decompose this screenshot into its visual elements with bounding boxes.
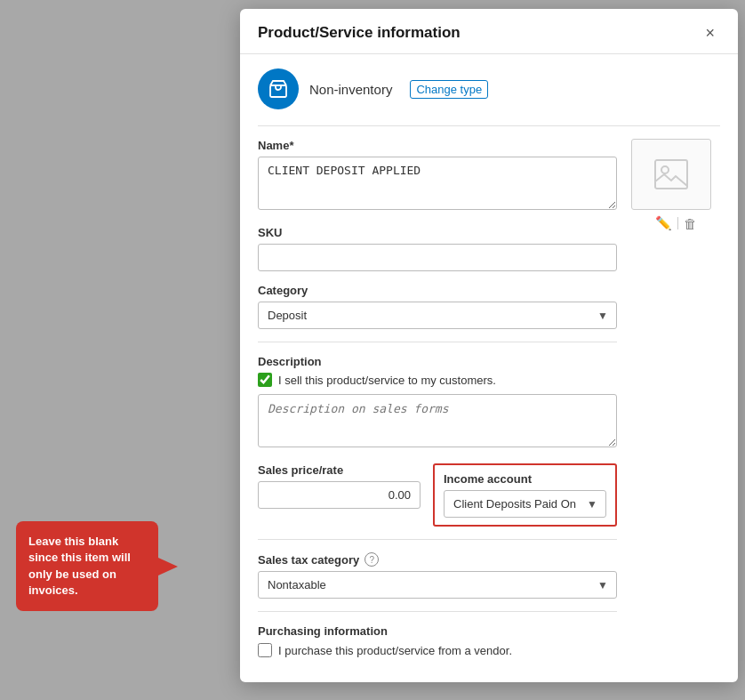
dialog-header: Product/Service information × bbox=[240, 9, 738, 54]
sell-checkbox-row: I sell this product/service to my custom… bbox=[258, 373, 617, 387]
sales-tax-label: Sales tax category bbox=[258, 553, 359, 567]
dialog-body: Non-inventory Change type Name* CLIENT D… bbox=[240, 54, 738, 682]
svg-point-2 bbox=[661, 166, 669, 173]
annotation-bubble: Leave this blank since this item will on… bbox=[16, 521, 158, 611]
price-income-row: Sales price/rate Income account Client D… bbox=[258, 463, 617, 527]
type-row: Non-inventory Change type bbox=[258, 68, 720, 109]
section-divider-4 bbox=[258, 611, 617, 612]
svg-rect-0 bbox=[270, 85, 286, 97]
sales-price-label: Sales price/rate bbox=[258, 463, 421, 477]
product-image-placeholder bbox=[631, 139, 711, 210]
sku-label: SKU bbox=[258, 226, 617, 239]
section-divider-3 bbox=[258, 539, 617, 540]
income-account-label: Income account bbox=[444, 472, 606, 486]
right-column: ✏️ 🗑 bbox=[631, 139, 720, 664]
sales-price-col: Sales price/rate bbox=[258, 463, 421, 527]
purchase-checkbox-row: I purchase this product/service from a v… bbox=[258, 643, 617, 657]
description-field-group: Description I sell this product/service … bbox=[258, 355, 617, 451]
type-icon bbox=[258, 68, 299, 109]
change-type-link[interactable]: Change type bbox=[410, 80, 488, 99]
close-button[interactable]: × bbox=[700, 23, 720, 43]
name-input[interactable]: CLIENT DEPOSIT APPLIED bbox=[258, 157, 617, 210]
sales-tax-select[interactable]: Nontaxable Taxable bbox=[258, 571, 617, 599]
main-content: Name* CLIENT DEPOSIT APPLIED SKU Categor… bbox=[258, 139, 720, 664]
purchase-checkbox-label: I purchase this product/service from a v… bbox=[278, 644, 512, 657]
dialog-title: Product/Service information bbox=[258, 24, 461, 42]
box-icon bbox=[268, 78, 289, 100]
sales-tax-field-group: Sales tax category ? Nontaxable Taxable … bbox=[258, 552, 617, 599]
category-field-group: Category Deposit ▼ bbox=[258, 284, 617, 329]
left-column: Name* CLIENT DEPOSIT APPLIED SKU Categor… bbox=[258, 139, 617, 664]
sales-tax-info-icon[interactable]: ? bbox=[364, 552, 379, 567]
income-account-select[interactable]: Client Deposits Paid On Invoices bbox=[444, 490, 606, 518]
product-service-dialog: Product/Service information × Non-invent… bbox=[240, 9, 738, 682]
edit-image-icon[interactable]: ✏️ bbox=[655, 215, 672, 231]
sku-input[interactable] bbox=[258, 244, 617, 271]
sales-tax-label-row: Sales tax category ? bbox=[258, 552, 617, 567]
description-input[interactable] bbox=[258, 394, 617, 447]
income-account-box: Income account Client Deposits Paid On I… bbox=[433, 463, 617, 527]
sku-field-group: SKU bbox=[258, 226, 617, 271]
image-placeholder-icon bbox=[653, 158, 689, 190]
sales-tax-select-wrapper: Nontaxable Taxable ▼ bbox=[258, 571, 617, 599]
sell-checkbox[interactable] bbox=[258, 373, 272, 387]
name-field-group: Name* CLIENT DEPOSIT APPLIED bbox=[258, 139, 617, 213]
annotation-text: Leave this blank since this item will on… bbox=[28, 535, 131, 597]
category-label: Category bbox=[258, 284, 617, 297]
purchase-checkbox[interactable] bbox=[258, 643, 272, 657]
sell-checkbox-label: I sell this product/service to my custom… bbox=[278, 374, 496, 387]
purchasing-section: Purchasing information I purchase this p… bbox=[258, 624, 617, 657]
section-divider-2 bbox=[258, 342, 617, 342]
delete-image-icon[interactable]: 🗑 bbox=[684, 216, 697, 231]
category-select[interactable]: Deposit bbox=[258, 302, 617, 329]
category-select-wrapper: Deposit ▼ bbox=[258, 302, 617, 329]
section-divider bbox=[258, 125, 720, 126]
type-label: Non-inventory bbox=[309, 82, 392, 97]
description-label: Description bbox=[258, 355, 617, 368]
sales-price-input[interactable] bbox=[258, 481, 421, 509]
income-account-select-wrapper: Client Deposits Paid On Invoices ▼ bbox=[444, 490, 606, 518]
image-actions-divider bbox=[677, 217, 678, 229]
name-label: Name* bbox=[258, 139, 617, 152]
svg-rect-1 bbox=[655, 160, 687, 189]
image-actions: ✏️ 🗑 bbox=[631, 215, 720, 231]
purchasing-title: Purchasing information bbox=[258, 624, 617, 638]
